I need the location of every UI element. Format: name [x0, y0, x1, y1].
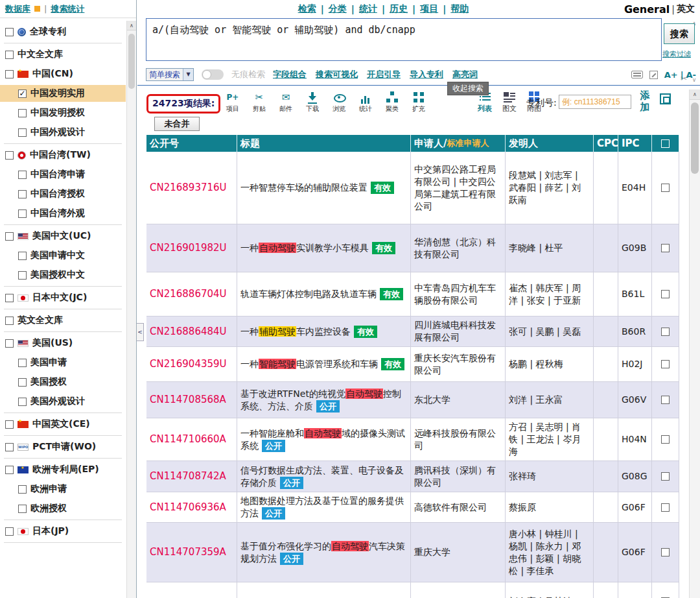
table-row[interactable]: CN216886484U一种辅助驾驶车内监控设备有效四川旌城电科科技发展有限公司… — [146, 317, 679, 347]
tool-expand-button[interactable]: 扩充 — [406, 91, 431, 114]
sidebar-item[interactable]: 中国台湾申请 — [0, 166, 126, 183]
search-option-link[interactable]: 高亮词 — [452, 69, 478, 80]
table-row[interactable]: CN216901982U一种自动驾驶实训教学小车模具有效华清创慧（北京）科技有限… — [146, 224, 679, 272]
search-button[interactable]: 搜索 — [664, 23, 695, 44]
add-button[interactable]: 添加 — [639, 90, 651, 113]
keyboard-icon[interactable] — [631, 71, 643, 78]
checkbox[interactable] — [5, 420, 14, 429]
menu-item[interactable]: 项目 — [420, 3, 438, 15]
checkbox[interactable] — [5, 527, 14, 536]
menu-item[interactable]: 帮助 — [450, 3, 469, 15]
main-scrollbar[interactable]: ∧ — [689, 90, 700, 598]
language-toggle[interactable]: 英文 — [677, 3, 695, 15]
sidebar-scrollbar[interactable]: ∧ — [126, 21, 136, 598]
row-checkbox[interactable] — [661, 548, 670, 556]
patent-title[interactable]: 一种智慧停车场的辅助限位装置有效 — [237, 152, 411, 224]
tool-mail-button[interactable]: ✉邮件 — [274, 91, 298, 114]
search-filter-link[interactable]: 搜索过滤 — [662, 49, 691, 59]
publication-number[interactable]: CN216893716U — [146, 152, 237, 224]
patent-title[interactable]: 地图数据处理方法及基于位置的服务提供方法公开 — [237, 492, 411, 523]
tool-project-button[interactable]: P+项目 — [220, 91, 245, 114]
sidebar-item[interactable]: WIPOPCT申请(WO) — [0, 438, 126, 455]
checkbox[interactable] — [5, 443, 14, 451]
row-checkbox[interactable] — [661, 360, 670, 368]
header-standard-applicant[interactable]: 标准申请人 — [447, 138, 489, 149]
publication-number[interactable]: CN216901982U — [146, 224, 237, 272]
sidebar-item[interactable]: 日本(JP) — [0, 523, 126, 540]
unmerged-tab[interactable]: 未合并 — [154, 117, 200, 131]
header-inventor[interactable]: 发明人 — [506, 135, 594, 152]
sidebar-item[interactable]: 中国发明授权 — [0, 104, 126, 121]
scroll-up-icon[interactable]: ∧ — [690, 90, 700, 100]
sidebar-item[interactable]: 中国外观设计 — [0, 124, 126, 141]
checkbox[interactable] — [18, 359, 27, 367]
table-row[interactable]: CN216893716U一种智慧停车场的辅助限位装置有效中交第四公路工程局有限公… — [146, 152, 679, 224]
checkbox[interactable] — [5, 317, 14, 325]
table-row[interactable]: CN114706936A地图数据处理方法及基于位置的服务提供方法公开高德软件有限… — [146, 492, 679, 523]
tool-browse-button[interactable]: 浏览 — [327, 91, 351, 114]
tool-download-button[interactable]: 下载 — [300, 91, 325, 114]
sidebar-item[interactable]: 美国中文(UC) — [0, 228, 126, 245]
sidebar-item[interactable]: 美国授权中文 — [0, 267, 126, 283]
window-icon[interactable] — [660, 93, 671, 104]
row-checkbox[interactable] — [661, 184, 670, 192]
patent-title[interactable]: 基于值分布强化学习的自动驾驶汽车决策规划方法公开 — [237, 523, 411, 582]
sidebar-item[interactable]: ✓中国发明实用 — [0, 85, 126, 102]
sidebar-item[interactable]: 美国申请中文 — [0, 247, 126, 264]
checkbox[interactable] — [5, 294, 14, 302]
patent-title[interactable]: 一种自动驾驶实训教学小车模具有效 — [237, 224, 411, 272]
sidebar-item[interactable]: 欧洲申请 — [0, 481, 126, 497]
profile-name[interactable]: General — [624, 3, 670, 16]
header-cpc[interactable]: CPC — [594, 135, 618, 152]
table-row[interactable]: 刘友亮 | 吴甘沙 — [146, 582, 679, 598]
row-checkbox[interactable] — [661, 503, 670, 512]
sidebar-item[interactable]: 欧洲授权 — [0, 500, 126, 517]
checkbox[interactable] — [18, 398, 27, 406]
search-option-link[interactable]: 搜索可视化 — [316, 69, 358, 80]
checkbox[interactable] — [18, 171, 27, 179]
search-option-link[interactable]: 导入专利 — [410, 69, 443, 80]
query-input[interactable]: a/(自动驾驶 or 智能驾驶 or 辅助驾驶) and db/cnapp — [146, 18, 662, 61]
patent-number-input[interactable] — [559, 95, 631, 109]
header-title[interactable]: 标题 — [237, 135, 411, 152]
table-row[interactable]: CN114710660A一种智能座舱和自动驾驶域的摄像头测试系统公开远峰科技股份… — [146, 418, 679, 461]
checkbox[interactable] — [18, 190, 27, 198]
header-ipc[interactable]: IPC — [618, 135, 652, 152]
checkbox[interactable] — [18, 252, 27, 260]
incognito-toggle[interactable] — [202, 69, 224, 80]
row-checkbox[interactable] — [661, 328, 670, 336]
tool-scissors-button[interactable]: ✂剪贴 — [247, 91, 272, 114]
sidebar-item[interactable]: 中国台湾授权 — [0, 185, 126, 202]
row-checkbox[interactable] — [661, 244, 670, 252]
tool-stats-button[interactable]: 统计 — [353, 91, 378, 114]
sidebar-item[interactable]: 英文全文库 — [0, 312, 126, 329]
patent-title[interactable] — [237, 582, 411, 598]
menu-item[interactable]: 统计 — [359, 3, 377, 15]
search-option-link[interactable]: 开启引导 — [367, 69, 401, 80]
table-row[interactable]: CN216886704U轨道车辆灯体控制电路及轨道车辆有效中车青岛四方机车车辆股… — [146, 272, 679, 317]
sidebar-item[interactable]: 中国台湾外观 — [0, 205, 126, 222]
font-smaller-button[interactable]: A- — [686, 70, 696, 80]
scrollbar-thumb[interactable] — [128, 34, 135, 89]
publication-number[interactable] — [146, 582, 237, 598]
checkbox[interactable] — [5, 151, 14, 160]
menu-item[interactable]: 检索 — [298, 3, 316, 15]
checkbox[interactable] — [5, 70, 14, 78]
publication-number[interactable]: CN114708568A — [146, 382, 237, 418]
table-row[interactable]: CN114708742A信号灯数据生成方法、装置、电子设备及存储介质公开腾讯科技… — [146, 461, 679, 492]
checkbox[interactable] — [18, 485, 27, 494]
table-row[interactable]: CN216904359U一种智能驾驶电源管理系统和车辆有效重庆长安汽车股份有限公… — [146, 347, 679, 382]
sidebar-collapse-button[interactable]: < — [137, 323, 144, 341]
sidebar-item[interactable]: 日本中文(JC) — [0, 289, 126, 306]
publication-number[interactable]: CN114710660A — [146, 418, 237, 461]
search-option-link[interactable]: 字段组合 — [273, 69, 307, 80]
sidebar-item[interactable]: 全球专利 — [0, 23, 126, 40]
checkbox[interactable] — [18, 271, 27, 280]
checkbox[interactable] — [5, 28, 14, 36]
sidebar-item[interactable]: 美国申请 — [0, 354, 126, 371]
search-mode-select[interactable]: 简单搜索 ▼ — [146, 68, 194, 81]
checkbox[interactable] — [18, 505, 27, 513]
header-publication-number[interactable]: 公开号 — [146, 135, 237, 152]
edit-icon[interactable] — [649, 71, 658, 79]
tab-search-statistics[interactable]: 搜索统计 — [51, 3, 84, 15]
